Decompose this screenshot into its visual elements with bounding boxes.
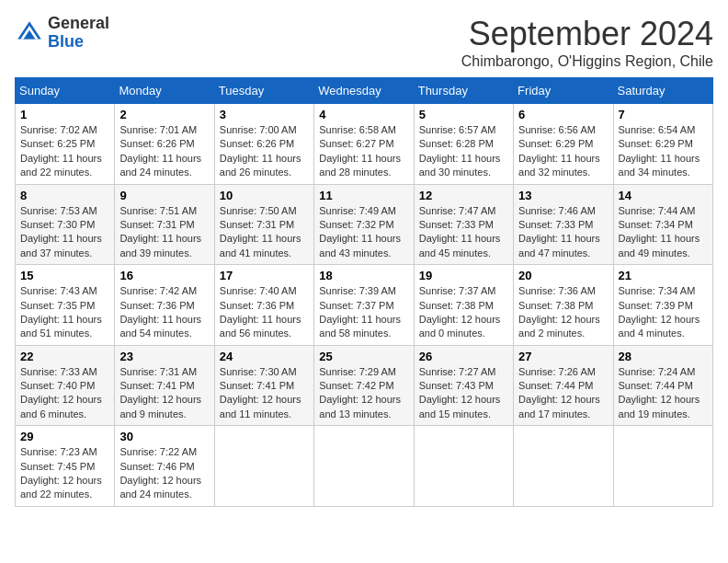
calendar-cell: 15 Sunrise: 7:43 AM Sunset: 7:35 PM Dayl…	[16, 265, 115, 346]
calendar-week-3: 15 Sunrise: 7:43 AM Sunset: 7:35 PM Dayl…	[16, 265, 713, 346]
calendar-cell: 10 Sunrise: 7:50 AM Sunset: 7:31 PM Dayl…	[214, 184, 313, 265]
day-info: Sunrise: 7:22 AM Sunset: 7:46 PM Dayligh…	[119, 445, 209, 502]
calendar-cell: 19 Sunrise: 7:37 AM Sunset: 7:38 PM Dayl…	[414, 265, 513, 346]
day-number: 16	[119, 269, 209, 282]
day-info: Sunrise: 7:26 AM Sunset: 7:44 PM Dayligh…	[518, 365, 608, 422]
calendar-cell: 16 Sunrise: 7:42 AM Sunset: 7:36 PM Dayl…	[115, 265, 214, 346]
day-number: 17	[220, 269, 309, 282]
calendar-cell: 14 Sunrise: 7:44 AM Sunset: 7:34 PM Dayl…	[613, 184, 712, 265]
day-number: 11	[319, 189, 408, 202]
day-info: Sunrise: 6:58 AM Sunset: 6:27 PM Dayligh…	[319, 123, 408, 180]
day-info: Sunrise: 6:57 AM Sunset: 6:28 PM Dayligh…	[419, 123, 508, 180]
calendar-cell: 21 Sunrise: 7:34 AM Sunset: 7:39 PM Dayl…	[613, 265, 712, 346]
calendar-cell: 29 Sunrise: 7:23 AM Sunset: 7:45 PM Dayl…	[16, 426, 115, 507]
column-header-thursday: Thursday	[414, 78, 513, 104]
column-header-saturday: Saturday	[613, 78, 712, 104]
calendar-cell	[514, 426, 613, 507]
calendar-cell: 30 Sunrise: 7:22 AM Sunset: 7:46 PM Dayl…	[115, 426, 214, 507]
day-info: Sunrise: 7:33 AM Sunset: 7:40 PM Dayligh…	[20, 365, 109, 422]
calendar-cell: 9 Sunrise: 7:51 AM Sunset: 7:31 PM Dayli…	[115, 184, 214, 265]
month-title: September 2024	[461, 15, 713, 53]
day-number: 6	[518, 108, 608, 121]
calendar-cell: 23 Sunrise: 7:31 AM Sunset: 7:41 PM Dayl…	[115, 345, 214, 426]
day-number: 28	[619, 350, 708, 363]
day-info: Sunrise: 7:30 AM Sunset: 7:41 PM Dayligh…	[220, 365, 309, 422]
calendar-cell: 6 Sunrise: 6:56 AM Sunset: 6:29 PM Dayli…	[514, 104, 613, 185]
day-number: 23	[119, 350, 209, 363]
day-number: 7	[619, 108, 708, 121]
day-info: Sunrise: 7:46 AM Sunset: 7:33 PM Dayligh…	[518, 204, 608, 261]
day-number: 30	[119, 430, 209, 443]
calendar-cell: 20 Sunrise: 7:36 AM Sunset: 7:38 PM Dayl…	[514, 265, 613, 346]
calendar-cell: 8 Sunrise: 7:53 AM Sunset: 7:30 PM Dayli…	[16, 184, 115, 265]
calendar-cell: 3 Sunrise: 7:00 AM Sunset: 6:26 PM Dayli…	[214, 104, 313, 185]
day-info: Sunrise: 7:49 AM Sunset: 7:32 PM Dayligh…	[319, 204, 408, 261]
day-info: Sunrise: 7:53 AM Sunset: 7:30 PM Dayligh…	[20, 204, 109, 261]
logo-general: General	[48, 14, 109, 32]
calendar-week-1: 1 Sunrise: 7:02 AM Sunset: 6:25 PM Dayli…	[16, 104, 713, 185]
day-number: 8	[20, 189, 109, 202]
day-number: 22	[20, 350, 109, 363]
calendar-cell: 7 Sunrise: 6:54 AM Sunset: 6:29 PM Dayli…	[613, 104, 712, 185]
calendar-cell	[214, 426, 313, 507]
day-info: Sunrise: 6:54 AM Sunset: 6:29 PM Dayligh…	[619, 123, 708, 180]
day-number: 1	[20, 108, 109, 121]
day-info: Sunrise: 7:01 AM Sunset: 6:26 PM Dayligh…	[119, 123, 209, 180]
day-info: Sunrise: 7:44 AM Sunset: 7:34 PM Dayligh…	[619, 204, 708, 261]
day-info: Sunrise: 7:40 AM Sunset: 7:36 PM Dayligh…	[220, 284, 309, 341]
calendar-cell	[414, 426, 513, 507]
page-header: General Blue September 2024 Chimbarongo,…	[15, 15, 713, 70]
calendar-cell: 11 Sunrise: 7:49 AM Sunset: 7:32 PM Dayl…	[314, 184, 414, 265]
day-info: Sunrise: 6:56 AM Sunset: 6:29 PM Dayligh…	[518, 123, 608, 180]
column-header-monday: Monday	[115, 78, 214, 104]
calendar-cell: 18 Sunrise: 7:39 AM Sunset: 7:37 PM Dayl…	[314, 265, 414, 346]
day-number: 27	[518, 350, 608, 363]
day-info: Sunrise: 7:00 AM Sunset: 6:26 PM Dayligh…	[220, 123, 309, 180]
day-info: Sunrise: 7:36 AM Sunset: 7:38 PM Dayligh…	[518, 284, 608, 341]
calendar-header-row: SundayMondayTuesdayWednesdayThursdayFrid…	[16, 78, 713, 104]
logo-icon	[15, 18, 44, 48]
day-number: 21	[619, 269, 708, 282]
day-number: 29	[20, 430, 109, 443]
day-number: 20	[518, 269, 608, 282]
day-info: Sunrise: 7:47 AM Sunset: 7:33 PM Dayligh…	[419, 204, 508, 261]
day-number: 19	[419, 269, 508, 282]
day-number: 12	[419, 189, 508, 202]
day-number: 5	[419, 108, 508, 121]
logo: General Blue	[15, 15, 109, 52]
calendar-cell: 1 Sunrise: 7:02 AM Sunset: 6:25 PM Dayli…	[16, 104, 115, 185]
calendar-cell: 17 Sunrise: 7:40 AM Sunset: 7:36 PM Dayl…	[214, 265, 313, 346]
logo-blue: Blue	[48, 32, 84, 51]
day-info: Sunrise: 7:42 AM Sunset: 7:36 PM Dayligh…	[119, 284, 209, 341]
day-info: Sunrise: 7:37 AM Sunset: 7:38 PM Dayligh…	[419, 284, 508, 341]
calendar-week-5: 29 Sunrise: 7:23 AM Sunset: 7:45 PM Dayl…	[16, 426, 713, 507]
calendar-table: SundayMondayTuesdayWednesdayThursdayFrid…	[15, 77, 713, 507]
calendar-cell: 28 Sunrise: 7:24 AM Sunset: 7:44 PM Dayl…	[613, 345, 712, 426]
day-number: 4	[319, 108, 408, 121]
title-block: September 2024 Chimbarongo, O'Higgins Re…	[461, 15, 713, 70]
day-number: 10	[220, 189, 309, 202]
column-header-wednesday: Wednesday	[314, 78, 414, 104]
day-number: 9	[119, 189, 209, 202]
calendar-cell: 12 Sunrise: 7:47 AM Sunset: 7:33 PM Dayl…	[414, 184, 513, 265]
column-header-tuesday: Tuesday	[214, 78, 313, 104]
calendar-cell: 13 Sunrise: 7:46 AM Sunset: 7:33 PM Dayl…	[514, 184, 613, 265]
calendar-cell: 2 Sunrise: 7:01 AM Sunset: 6:26 PM Dayli…	[115, 104, 214, 185]
day-info: Sunrise: 7:29 AM Sunset: 7:42 PM Dayligh…	[319, 365, 408, 422]
day-info: Sunrise: 7:02 AM Sunset: 6:25 PM Dayligh…	[20, 123, 109, 180]
day-number: 2	[119, 108, 209, 121]
calendar-week-4: 22 Sunrise: 7:33 AM Sunset: 7:40 PM Dayl…	[16, 345, 713, 426]
calendar-cell: 25 Sunrise: 7:29 AM Sunset: 7:42 PM Dayl…	[314, 345, 414, 426]
day-info: Sunrise: 7:24 AM Sunset: 7:44 PM Dayligh…	[619, 365, 708, 422]
day-info: Sunrise: 7:27 AM Sunset: 7:43 PM Dayligh…	[419, 365, 508, 422]
column-header-friday: Friday	[514, 78, 613, 104]
day-number: 25	[319, 350, 408, 363]
calendar-cell: 5 Sunrise: 6:57 AM Sunset: 6:28 PM Dayli…	[414, 104, 513, 185]
day-number: 3	[220, 108, 309, 121]
day-info: Sunrise: 7:34 AM Sunset: 7:39 PM Dayligh…	[619, 284, 708, 341]
day-number: 26	[419, 350, 508, 363]
calendar-cell	[314, 426, 414, 507]
day-number: 13	[518, 189, 608, 202]
column-header-sunday: Sunday	[16, 78, 115, 104]
day-info: Sunrise: 7:39 AM Sunset: 7:37 PM Dayligh…	[319, 284, 408, 341]
